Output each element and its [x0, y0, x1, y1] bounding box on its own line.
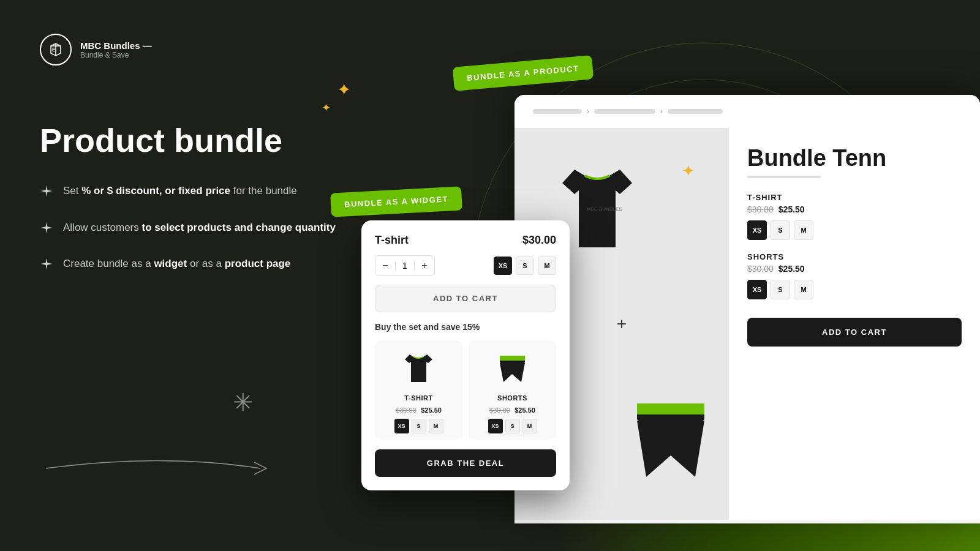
page-shorts-xs[interactable]: XS — [747, 280, 767, 299]
bundle-shorts-sizes: XS S M — [475, 419, 550, 433]
bundle-shorts-image — [491, 347, 534, 389]
page-shorts-m[interactable]: M — [794, 280, 813, 299]
logo-title: MBC Bundles — — [80, 40, 152, 51]
bundle-tshirt-new-price: $25.50 — [421, 407, 442, 414]
left-content: Product bundle Set % or $ discount, or f… — [40, 122, 358, 276]
logo-subtitle: Bundle & Save — [80, 51, 152, 59]
page-shorts-image — [625, 391, 717, 489]
sparkle-icon-1 — [40, 184, 53, 203]
bundle-shorts-new-price: $25.50 — [514, 407, 535, 414]
feature-item-1: Set % or $ discount, or fixed price for … — [40, 183, 358, 203]
page-tshirt-old-price: $30.00 — [747, 204, 774, 214]
bundle-shorts-label: SHORTS — [475, 394, 550, 402]
bundle-shorts-s[interactable]: S — [505, 419, 520, 433]
bundle-tshirt-old-price: $30.00 — [396, 407, 417, 414]
qty-control[interactable]: − 1 + — [375, 255, 435, 276]
page-tshirt-label: T-SHIRT — [747, 193, 962, 202]
sparkle-gold-1: ✦ — [337, 80, 351, 100]
bundle-shorts-prices: $30.00 $25.50 — [475, 404, 550, 415]
logo-area: E MBC Bundles — Bundle & Save — [40, 34, 152, 66]
page-shorts-new-price: $25.50 — [778, 264, 805, 274]
plus-sign: + — [617, 314, 627, 334]
widget-product-row: T-shirt $30.00 — [375, 234, 556, 247]
page-shorts-sizes: XS S M — [747, 280, 962, 299]
page-shorts-s[interactable]: S — [771, 280, 790, 299]
sparkle-icon-3 — [40, 257, 53, 276]
widget-controls-row: − 1 + XS S M — [375, 255, 556, 276]
bundle-shorts-m[interactable]: M — [522, 419, 537, 433]
sparkle-icon-2 — [40, 221, 53, 239]
bundle-tshirt-s[interactable]: S — [412, 419, 426, 433]
breadcrumb-chevron-1: › — [587, 107, 589, 116]
logo-icon: E — [40, 34, 72, 66]
qty-decrease-button[interactable]: − — [375, 256, 395, 276]
logo-text: MBC Bundles — Bundle & Save — [80, 40, 152, 59]
feature-text-2: Allow customers to select products and c… — [63, 220, 336, 236]
widget-card: T-shirt $30.00 − 1 + XS S M ADD TO CART … — [361, 220, 570, 490]
bundle-tshirt-xs[interactable]: XS — [394, 419, 409, 433]
svg-rect-8 — [637, 403, 704, 414]
feature-text-1: Set % or $ discount, or fixed price for … — [63, 183, 297, 199]
svg-text:E: E — [52, 47, 56, 53]
widget-size-xs[interactable]: XS — [494, 257, 512, 275]
widget-add-to-cart-button[interactable]: ADD TO CART — [375, 285, 556, 312]
qty-increase-button[interactable]: + — [415, 256, 434, 276]
widget-product-price: $30.00 — [522, 234, 556, 247]
bundle-tshirt-label: T-SHIRT — [381, 394, 456, 402]
bundle-items-row: T-SHIRT $30.00 $25.50 XS S M SHORTS — [375, 340, 556, 440]
breadcrumb-1 — [533, 109, 582, 114]
bundle-shorts-xs[interactable]: XS — [488, 419, 503, 433]
bundle-shorts-old-price: $30.00 — [489, 407, 510, 414]
page-product-info: Bundle Tenn T-SHIRT $30.00 $25.50 XS S M… — [729, 128, 980, 520]
page-tshirt-xs[interactable]: XS — [747, 220, 767, 240]
bundle-item-tshirt: T-SHIRT $30.00 $25.50 XS S M — [375, 340, 462, 440]
product-sparkle: ✦ — [682, 162, 695, 181]
hero-title: Product bundle — [40, 122, 358, 159]
page-tshirt-s[interactable]: S — [771, 220, 790, 240]
bundle-save-text: Buy the set and save 15% — [375, 322, 556, 332]
arrow-decoration — [40, 450, 279, 487]
svg-rect-5 — [500, 356, 525, 361]
page-tshirt-m[interactable]: M — [794, 220, 813, 240]
page-tshirt-section: T-SHIRT $30.00 $25.50 XS S M — [747, 193, 962, 240]
widget-product-name: T-shirt — [375, 234, 409, 247]
qty-value: 1 — [395, 261, 415, 271]
page-shorts-label: SHORTS — [747, 252, 962, 261]
svg-text:MBC BUNDLES: MBC BUNDLES — [587, 206, 622, 212]
page-title-divider — [747, 176, 821, 178]
bundle-item-shorts: SHORTS $30.00 $25.50 XS S M — [469, 340, 556, 440]
grab-deal-button[interactable]: GRAB THE DEAL — [375, 449, 556, 477]
bundle-tshirt-sizes: XS S M — [381, 419, 456, 433]
page-breadcrumb: › › — [514, 95, 980, 128]
bundle-tshirt-image — [398, 347, 440, 389]
feature-list: Set % or $ discount, or fixed price for … — [40, 183, 358, 276]
feature-item-3: Create bundle as a widget or as a produc… — [40, 256, 358, 276]
widget-size-s[interactable]: S — [516, 257, 534, 275]
product-page-panel: › › MBC BUNDLES + ✦ ✦ — [514, 95, 980, 523]
bundle-tshirt-m[interactable]: M — [429, 419, 443, 433]
page-shorts-prices: $30.00 $25.50 — [747, 264, 962, 274]
page-tshirt-new-price: $25.50 — [778, 204, 805, 214]
page-shorts-old-price: $30.00 — [747, 264, 774, 274]
page-shorts-section: SHORTS $30.00 $25.50 XS S M — [747, 252, 962, 299]
feature-text-3: Create bundle as a widget or as a produc… — [63, 256, 290, 272]
widget-size-selector: XS S M — [494, 257, 556, 275]
widget-size-m[interactable]: M — [538, 257, 556, 275]
bundle-tshirt-prices: $30.00 $25.50 — [381, 404, 456, 415]
page-body: MBC BUNDLES + ✦ ✦ Bundle Tenn T-SHIRT $3… — [514, 128, 980, 520]
page-tshirt-prices: $30.00 $25.50 — [747, 204, 962, 214]
sparkle-gold-2: ✦ — [322, 101, 331, 114]
page-add-to-cart-button[interactable]: ADD TO CART — [747, 318, 962, 347]
feature-item-2: Allow customers to select products and c… — [40, 220, 358, 239]
page-bundle-title: Bundle Tenn — [747, 146, 962, 170]
breadcrumb-chevron-2: › — [660, 107, 663, 116]
breadcrumb-3 — [668, 109, 723, 114]
asterisk-decoration: ✳ — [233, 388, 254, 416]
page-tshirt-sizes: XS S M — [747, 220, 962, 240]
breadcrumb-2 — [594, 109, 655, 114]
